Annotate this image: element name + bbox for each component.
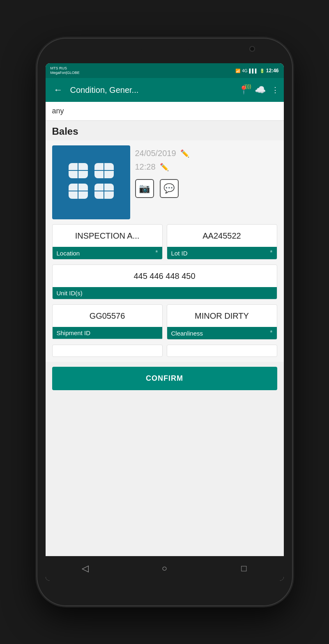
filter-value: any [52,107,64,115]
lot-id-label-bar: Lot ID * [167,247,277,259]
section-header: Bales [46,121,284,140]
lot-id-required: * [270,249,272,257]
time-row: 12:28 ✏️ [135,162,277,172]
nav-back-button[interactable]: ◁ [77,560,93,577]
toolbar: ← Condition, Gener... 📍)))) ☁️ ⋮ [46,78,284,102]
camera-button[interactable]: 📷 [135,179,154,198]
location-value: INSPECTION A... [53,225,162,247]
filter-bar: any [46,102,284,121]
inspection-card: 24/05/2019 ✏️ 12:28 ✏️ 📷 [46,140,284,362]
phone-body: MTS RUS MegaFon|GLOBE 📶 4G ▌▌▌ 🔋 12:46 ←… [37,39,292,605]
unit-ids-label-bar: Unit ID(s) [53,287,277,299]
battery-icon: 🔋 [260,69,265,73]
back-button[interactable]: ← [51,83,66,97]
row-location-lot: INSPECTION A... Location * AA245522 Lot … [52,224,277,260]
lot-id-field[interactable]: AA245522 Lot ID * [167,224,277,260]
location-icon[interactable]: 📍)))) [239,85,249,95]
sync-icon[interactable]: ☁️ [255,85,266,95]
unit-ids-value: 445 446 448 450 [53,265,277,287]
toolbar-title: Condition, Gener... [70,85,235,95]
unit-ids-field[interactable]: 445 446 448 450 Unit ID(s) [52,264,277,299]
content-area: any Bales [46,102,284,556]
phone-outer: MTS RUS MegaFon|GLOBE 📶 4G ▌▌▌ 🔋 12:46 ←… [0,0,329,644]
confirm-button[interactable]: CONFIRM [52,367,277,390]
unit-ids-label: Unit ID(s) [57,290,83,297]
row-partial [52,345,277,357]
bales-image [52,145,130,219]
carrier2: MegaFon|GLOBE [51,71,80,75]
cleanliness-label-bar: Cleanliness * [167,327,277,339]
section-title: Bales [52,126,78,137]
cleanliness-value: MINOR DIRTY [167,305,277,327]
location-field[interactable]: INSPECTION A... Location * [52,224,163,260]
signal-icon: ▌▌▌ [249,69,258,73]
phone-screen: MTS RUS MegaFon|GLOBE 📶 4G ▌▌▌ 🔋 12:46 ←… [46,63,284,581]
shipment-id-label: Shipment ID [57,329,91,336]
camera-icon: 📷 [139,183,150,194]
location-label-bar: Location * [53,247,162,259]
bales-icon [67,161,116,204]
shipment-id-field[interactable]: GG05576 Shipment ID [52,304,163,340]
status-time: 12:46 [266,68,279,74]
location-label: Location [57,250,80,257]
lot-id-value: AA245522 [167,225,277,247]
cleanliness-label: Cleanliness [171,330,203,337]
shipment-id-label-bar: Shipment ID [53,327,162,339]
location-required: * [155,249,158,257]
inspection-time: 12:28 [135,162,156,172]
phone-speaker [140,45,189,52]
shipment-id-value: GG05576 [53,305,162,327]
wifi-icon: 📶 [235,69,240,73]
network-label: 4G [242,69,247,73]
confirm-area: CONFIRM [46,362,284,397]
cleanliness-required: * [270,329,272,337]
comment-icon: 💬 [163,183,175,194]
card-action-icons: 📷 💬 [135,179,277,198]
card-top-row: 24/05/2019 ✏️ 12:28 ✏️ 📷 [52,145,277,219]
partial-field-2[interactable] [167,345,277,357]
phone-camera [249,46,255,52]
row-shipment-cleanliness: GG05576 Shipment ID MINOR DIRTY Cleanlin… [52,304,277,340]
cleanliness-field[interactable]: MINOR DIRTY Cleanliness * [167,304,277,340]
bottom-nav: ◁ ○ □ [46,556,284,581]
carrier1: MTS RUS [51,66,80,71]
inspection-date: 24/05/2019 [135,149,176,158]
partial-field-1[interactable] [52,345,163,357]
time-edit-icon[interactable]: ✏️ [160,163,169,172]
date-row: 24/05/2019 ✏️ [135,149,277,158]
carrier-info: MTS RUS MegaFon|GLOBE [51,66,80,75]
comment-button[interactable]: 💬 [160,179,179,198]
card-meta: 24/05/2019 ✏️ 12:28 ✏️ 📷 [135,145,277,198]
status-bar: MTS RUS MegaFon|GLOBE 📶 4G ▌▌▌ 🔋 12:46 [46,63,284,78]
toolbar-icons: 📍)))) ☁️ ⋮ [239,85,279,95]
nav-home-button[interactable]: ○ [156,560,173,577]
more-options-icon[interactable]: ⋮ [271,85,279,94]
status-right: 📶 4G ▌▌▌ 🔋 12:46 [235,68,278,74]
lot-id-label: Lot ID [171,250,188,257]
date-edit-icon[interactable]: ✏️ [180,149,189,158]
nav-recent-button[interactable]: □ [236,560,252,577]
